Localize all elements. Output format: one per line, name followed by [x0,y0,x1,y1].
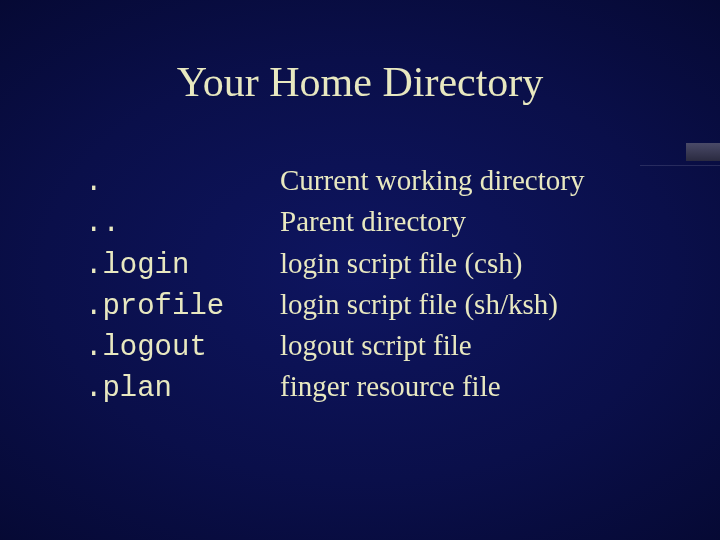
file-description: Current working directory [280,162,584,198]
file-name: .plan [85,371,280,407]
file-name: .login [85,248,280,284]
file-name: .profile [85,289,280,325]
file-description: Parent directory [280,203,466,239]
table-row: .. Parent directory [85,203,660,242]
file-name: . [85,165,280,201]
slide-title: Your Home Directory [0,58,720,106]
table-row: . Current working directory [85,162,660,201]
file-description: logout script file [280,327,472,363]
file-description: finger resource file [280,368,501,404]
table-row: .profile login script file (sh/ksh) [85,286,660,325]
directory-table: . Current working directory .. Parent di… [85,162,660,410]
table-row: .logout logout script file [85,327,660,366]
slide-edge-decoration [640,165,720,166]
slide-edge-decoration [686,143,720,161]
file-name: .logout [85,330,280,366]
table-row: .plan finger resource file [85,368,660,407]
file-description: login script file (sh/ksh) [280,286,558,322]
file-name: .. [85,206,280,242]
file-description: login script file (csh) [280,245,522,281]
table-row: .login login script file (csh) [85,245,660,284]
